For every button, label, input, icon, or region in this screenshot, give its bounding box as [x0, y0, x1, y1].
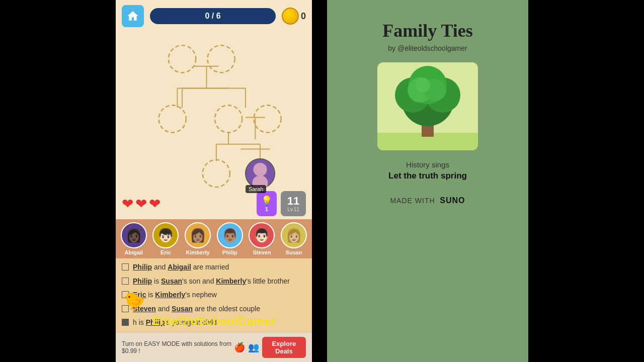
character-eric[interactable]: 👦🏻 Eric	[152, 222, 179, 255]
clue-check-3[interactable]	[122, 291, 129, 298]
hint-button[interactable]: 💡 1	[257, 191, 277, 216]
clue-3: Eric is Kimberly's nephew	[122, 290, 306, 300]
game-header: 0 / 6 0	[116, 0, 312, 32]
name-eric: Eric	[160, 249, 171, 255]
banner-text: Turn on EASY MODE with solutions from $0…	[122, 340, 234, 354]
coin-count: 0	[301, 11, 306, 22]
svg-point-34	[415, 77, 430, 93]
character-susan[interactable]: 👩🏼 Susan	[281, 222, 307, 255]
level-badge: 11 Lv.11	[281, 191, 306, 216]
character-steven[interactable]: 👨🏻 Steven	[249, 222, 275, 255]
svg-point-23	[253, 163, 267, 176]
clue-check-1[interactable]	[122, 263, 129, 270]
clues-area: Philip and Abigail are married Philip is…	[116, 258, 312, 332]
bulb-icon: 💡	[261, 195, 272, 206]
character-kimberly[interactable]: 👩🏽 Kimberly	[185, 222, 211, 255]
tree-illustration-container	[377, 62, 478, 150]
clue-text-3: Eric is Kimberly's nephew	[133, 290, 217, 300]
hint-count: 1	[265, 206, 268, 212]
name-susan: Susan	[286, 249, 302, 255]
info-author: by @eliteoldschoolgamer	[388, 44, 467, 52]
progress-bar: 0 / 6	[150, 8, 276, 24]
avatar-kimberly: 👩🏽	[185, 222, 211, 248]
avatar-eric: 👦🏻	[152, 222, 179, 248]
level-number: 11	[287, 196, 299, 207]
apple-icon: 🍎	[234, 342, 245, 353]
sarah-name-tag: Sarah	[246, 185, 266, 193]
clue-text-4: Steven and Susan are the oldest couple	[133, 304, 260, 314]
suno-brand: SUNO	[440, 196, 465, 205]
tree-area: Sarah	[116, 32, 312, 188]
name-abigail: Abigail	[124, 249, 143, 255]
info-tagline-bold: Let the truth spring	[388, 171, 467, 181]
explore-deals-button[interactable]: Explore Deals	[262, 337, 306, 358]
name-steven: Steven	[253, 249, 271, 255]
avatar-steven: 👨🏻	[249, 222, 275, 248]
svg-point-21	[203, 160, 230, 187]
clue-text-2: Philip is Susan's son and Kimberly's lit…	[133, 277, 290, 287]
left-black-panel	[0, 0, 116, 362]
info-title: Family Ties	[382, 20, 473, 41]
tree-svg	[377, 62, 478, 150]
people-icon: 👥	[248, 342, 259, 353]
heart-2: ❤	[135, 196, 147, 212]
progress-text: 0 / 6	[205, 12, 220, 21]
clue-text-5: h is Philip's youngest child	[133, 318, 217, 328]
coin-icon	[282, 8, 299, 25]
svg-point-15	[254, 105, 281, 132]
name-philip: Philip	[222, 249, 237, 255]
svg-point-10	[207, 45, 234, 72]
svg-point-11	[159, 105, 186, 132]
clue-check-5[interactable]	[122, 319, 129, 326]
clue-4: Steven and Susan are the oldest couple	[122, 304, 306, 314]
right-black-panel	[312, 0, 327, 362]
home-button[interactable]	[122, 5, 144, 27]
avatar-philip: 👨🏽	[217, 222, 243, 248]
character-philip[interactable]: 👨🏽 Philip	[217, 222, 243, 255]
avatar-abigail: 👩🏿	[121, 222, 147, 248]
hearts-display: ❤ ❤ ❤	[122, 196, 160, 212]
game-panel: 0 / 6 0	[116, 0, 312, 362]
name-kimberly: Kimberly	[186, 249, 210, 255]
banner-ad: Turn on EASY MODE with solutions from $0…	[116, 332, 312, 362]
clue-5: h is Philip's youngest child	[122, 318, 306, 328]
info-panel: Family Ties by @eliteoldschoolgamer Hist…	[327, 0, 528, 362]
avatar-susan: 👩🏼	[281, 222, 307, 248]
clue-text-1: Philip and Abigail are married	[133, 262, 229, 273]
svg-point-9	[169, 45, 196, 72]
hearts-area: ❤ ❤ ❤ 💡 1 11 Lv.11	[116, 188, 312, 219]
clue-2: Philip is Susan's son and Kimberly's lit…	[122, 277, 306, 287]
right-icons: 💡 1 11 Lv.11	[257, 191, 306, 216]
character-abigail[interactable]: 👩🏿 Abigail	[121, 222, 147, 255]
far-right-black-panel	[528, 0, 644, 362]
coin-area: 0	[282, 8, 306, 25]
characters-row: 👩🏿 Abigail 👦🏻 Eric 👩🏽 Kimberly 👨🏽 Philip…	[116, 219, 312, 258]
clue-1: Philip and Abigail are married	[122, 262, 306, 273]
clue-check-2[interactable]	[122, 278, 129, 285]
info-tagline: History sings	[406, 160, 449, 169]
made-with: MADE WITH SUNO	[390, 196, 465, 205]
heart-1: ❤	[122, 196, 133, 212]
level-label: Lv.11	[287, 207, 299, 212]
svg-point-12	[215, 105, 242, 132]
family-tree-svg	[116, 32, 312, 188]
heart-3: ❤	[149, 196, 160, 212]
clue-check-4[interactable]	[122, 305, 129, 312]
